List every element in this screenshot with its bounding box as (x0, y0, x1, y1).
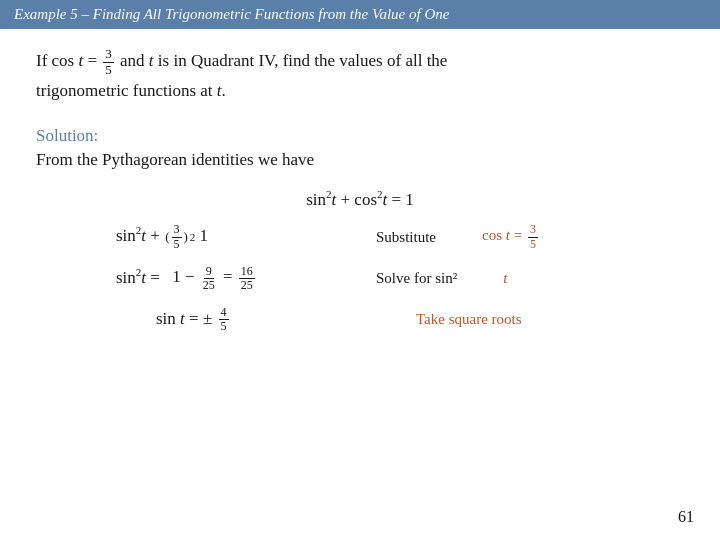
fraction-4-5: 4 5 (219, 306, 229, 333)
problem-statement: If cos t = 3 5 If cos and t is in Quadra… (36, 47, 684, 106)
fraction-9-25: 9 25 (201, 265, 217, 292)
var-t3: t (217, 81, 222, 100)
equation-2-row: sin2t + ( 3 5 ) 2 1 Substitute (36, 223, 684, 250)
equation-3-row: sin2t = 1 − 9 25 = 16 25 Solve for sin² … (36, 265, 684, 292)
var-t1: t (78, 51, 83, 70)
var-t2: t (149, 51, 154, 70)
fraction-3-5-eq2: 3 5 (172, 223, 182, 250)
from-pythagorean-text: From the Pythagorean identities we have (36, 150, 684, 170)
equation-1: sin2t + cos2t = 1 (36, 188, 684, 210)
solve-note: Solve for sin² t (376, 270, 507, 287)
solve-label: Solve for sin² (376, 270, 457, 287)
content-area: If cos t = 3 5 If cos and t is in Quadra… (0, 47, 720, 334)
equation-2-math: sin2t + ( 3 5 ) 2 1 (36, 223, 356, 250)
equation-4-math: sin t = ± 4 5 (36, 306, 356, 333)
solve-t-label: t (503, 270, 507, 287)
equation-3-math: sin2t = 1 − 9 25 = 16 25 (36, 265, 356, 292)
roots-note: Take square roots (376, 311, 522, 328)
fraction-3-5-problem: 3 5 (103, 47, 114, 77)
solution-label: Solution: (36, 126, 684, 146)
substitute-expr: cos t = 3 5 (482, 223, 540, 250)
roots-label: Take square roots (416, 311, 522, 328)
example-header: Example 5 – Finding All Trigonometric Fu… (0, 0, 720, 29)
substitute-label: Substitute (376, 229, 436, 246)
fraction-16-25: 16 25 (239, 265, 255, 292)
page-number: 61 (678, 508, 694, 526)
equation-4-row: sin t = ± 4 5 Take square roots (36, 306, 684, 333)
problem-line2: trigonometric functions at t. (36, 81, 226, 100)
substitute-note: Substitute cos t = 3 5 (376, 223, 540, 250)
eq1-text: sin2t + cos2t = 1 (306, 188, 414, 210)
fraction-3-5-note: 3 5 (528, 223, 538, 250)
problem-line1: If cos t = 3 5 If cos and t is in Quadra… (36, 51, 447, 70)
